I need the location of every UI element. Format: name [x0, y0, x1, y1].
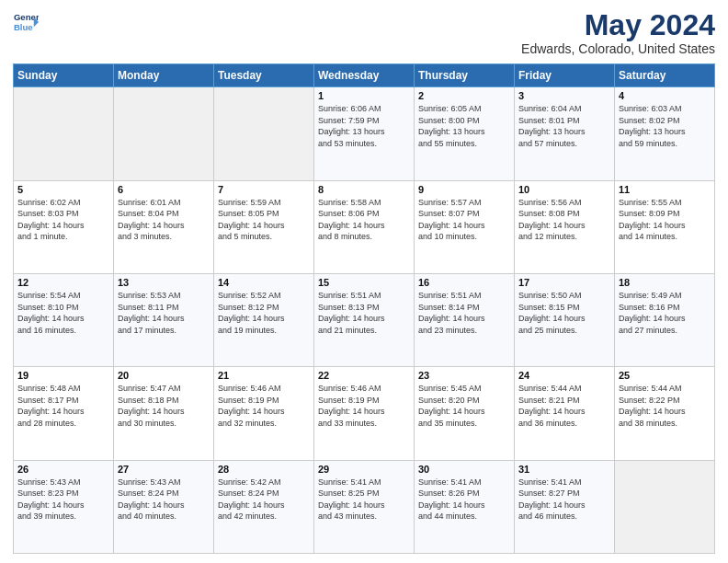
calendar-cell: 19Sunrise: 5:48 AM Sunset: 8:17 PM Dayli… — [14, 367, 114, 460]
main-title: May 2024 — [521, 9, 715, 41]
calendar-cell: 16Sunrise: 5:51 AM Sunset: 8:14 PM Dayli… — [415, 273, 515, 366]
weekday-header-cell: Thursday — [415, 64, 515, 87]
day-info: Sunrise: 5:44 AM Sunset: 8:21 PM Dayligh… — [518, 383, 610, 429]
day-info: Sunrise: 5:50 AM Sunset: 8:15 PM Dayligh… — [518, 290, 610, 336]
day-info: Sunrise: 5:52 AM Sunset: 8:12 PM Dayligh… — [218, 290, 310, 336]
calendar-cell: 18Sunrise: 5:49 AM Sunset: 8:16 PM Dayli… — [615, 273, 715, 366]
day-number: 27 — [118, 464, 210, 475]
day-info: Sunrise: 5:43 AM Sunset: 8:23 PM Dayligh… — [17, 477, 109, 523]
calendar-cell: 9Sunrise: 5:57 AM Sunset: 8:07 PM Daylig… — [415, 180, 515, 273]
day-info: Sunrise: 6:06 AM Sunset: 7:59 PM Dayligh… — [318, 103, 410, 149]
calendar-table: SundayMondayTuesdayWednesdayThursdayFrid… — [13, 63, 715, 554]
calendar-cell: 20Sunrise: 5:47 AM Sunset: 8:18 PM Dayli… — [114, 367, 214, 460]
calendar-week-row: 12Sunrise: 5:54 AM Sunset: 8:10 PM Dayli… — [14, 273, 715, 366]
day-info: Sunrise: 5:57 AM Sunset: 8:07 PM Dayligh… — [418, 197, 510, 243]
calendar-body: 1Sunrise: 6:06 AM Sunset: 7:59 PM Daylig… — [14, 87, 715, 554]
calendar-cell: 25Sunrise: 5:44 AM Sunset: 8:22 PM Dayli… — [615, 367, 715, 460]
day-number: 4 — [619, 90, 711, 101]
day-number: 13 — [118, 277, 210, 288]
day-number: 23 — [418, 370, 510, 381]
calendar-cell: 3Sunrise: 6:04 AM Sunset: 8:01 PM Daylig… — [515, 87, 615, 180]
day-number: 28 — [218, 464, 310, 475]
day-info: Sunrise: 6:05 AM Sunset: 8:00 PM Dayligh… — [418, 103, 510, 149]
header: General Blue May 2024 Edwards, Colorado,… — [13, 9, 715, 56]
day-info: Sunrise: 5:51 AM Sunset: 8:13 PM Dayligh… — [318, 290, 410, 336]
day-number: 17 — [518, 277, 610, 288]
calendar-cell: 2Sunrise: 6:05 AM Sunset: 8:00 PM Daylig… — [415, 87, 515, 180]
weekday-header-row: SundayMondayTuesdayWednesdayThursdayFrid… — [14, 64, 715, 87]
day-number: 16 — [418, 277, 510, 288]
calendar-cell: 21Sunrise: 5:46 AM Sunset: 8:19 PM Dayli… — [214, 367, 314, 460]
day-number: 31 — [518, 464, 610, 475]
day-info: Sunrise: 5:46 AM Sunset: 8:19 PM Dayligh… — [318, 383, 410, 429]
calendar-cell: 15Sunrise: 5:51 AM Sunset: 8:13 PM Dayli… — [314, 273, 415, 366]
calendar-week-row: 1Sunrise: 6:06 AM Sunset: 7:59 PM Daylig… — [14, 87, 715, 180]
day-info: Sunrise: 5:42 AM Sunset: 8:24 PM Dayligh… — [218, 477, 310, 523]
calendar-cell: 31Sunrise: 5:41 AM Sunset: 8:27 PM Dayli… — [515, 460, 615, 553]
logo: General Blue — [13, 9, 39, 35]
calendar-week-row: 5Sunrise: 6:02 AM Sunset: 8:03 PM Daylig… — [14, 180, 715, 273]
day-info: Sunrise: 5:49 AM Sunset: 8:16 PM Dayligh… — [619, 290, 711, 336]
day-info: Sunrise: 5:41 AM Sunset: 8:25 PM Dayligh… — [318, 477, 410, 523]
calendar-cell: 14Sunrise: 5:52 AM Sunset: 8:12 PM Dayli… — [214, 273, 314, 366]
day-number: 8 — [318, 184, 410, 195]
day-number: 5 — [17, 184, 109, 195]
day-info: Sunrise: 5:51 AM Sunset: 8:14 PM Dayligh… — [418, 290, 510, 336]
subtitle: Edwards, Colorado, United States — [521, 41, 715, 56]
calendar-cell: 12Sunrise: 5:54 AM Sunset: 8:10 PM Dayli… — [14, 273, 114, 366]
calendar-cell — [114, 87, 214, 180]
calendar-cell: 24Sunrise: 5:44 AM Sunset: 8:21 PM Dayli… — [515, 367, 615, 460]
day-info: Sunrise: 5:56 AM Sunset: 8:08 PM Dayligh… — [518, 197, 610, 243]
day-number: 15 — [318, 277, 410, 288]
day-info: Sunrise: 5:45 AM Sunset: 8:20 PM Dayligh… — [418, 383, 510, 429]
day-number: 7 — [218, 184, 310, 195]
day-number: 12 — [17, 277, 109, 288]
day-info: Sunrise: 5:59 AM Sunset: 8:05 PM Dayligh… — [218, 197, 310, 243]
weekday-header-cell: Sunday — [14, 64, 114, 87]
day-info: Sunrise: 5:47 AM Sunset: 8:18 PM Dayligh… — [118, 383, 210, 429]
day-number: 9 — [418, 184, 510, 195]
day-info: Sunrise: 5:54 AM Sunset: 8:10 PM Dayligh… — [17, 290, 109, 336]
day-number: 29 — [318, 464, 410, 475]
calendar-cell: 8Sunrise: 5:58 AM Sunset: 8:06 PM Daylig… — [314, 180, 415, 273]
calendar-cell — [14, 87, 114, 180]
day-number: 11 — [619, 184, 711, 195]
calendar-cell: 26Sunrise: 5:43 AM Sunset: 8:23 PM Dayli… — [14, 460, 114, 553]
day-info: Sunrise: 6:02 AM Sunset: 8:03 PM Dayligh… — [17, 197, 109, 243]
page: General Blue May 2024 Edwards, Colorado,… — [0, 0, 728, 563]
calendar-cell: 28Sunrise: 5:42 AM Sunset: 8:24 PM Dayli… — [214, 460, 314, 553]
svg-text:Blue: Blue — [14, 22, 33, 32]
calendar-week-row: 26Sunrise: 5:43 AM Sunset: 8:23 PM Dayli… — [14, 460, 715, 553]
day-info: Sunrise: 5:53 AM Sunset: 8:11 PM Dayligh… — [118, 290, 210, 336]
calendar-cell: 11Sunrise: 5:55 AM Sunset: 8:09 PM Dayli… — [615, 180, 715, 273]
day-info: Sunrise: 5:58 AM Sunset: 8:06 PM Dayligh… — [318, 197, 410, 243]
day-info: Sunrise: 5:41 AM Sunset: 8:27 PM Dayligh… — [518, 477, 610, 523]
calendar-cell: 6Sunrise: 6:01 AM Sunset: 8:04 PM Daylig… — [114, 180, 214, 273]
day-number: 3 — [518, 90, 610, 101]
title-block: May 2024 Edwards, Colorado, United State… — [521, 9, 715, 56]
weekday-header-cell: Friday — [515, 64, 615, 87]
calendar-cell: 13Sunrise: 5:53 AM Sunset: 8:11 PM Dayli… — [114, 273, 214, 366]
calendar-cell: 27Sunrise: 5:43 AM Sunset: 8:24 PM Dayli… — [114, 460, 214, 553]
day-info: Sunrise: 5:48 AM Sunset: 8:17 PM Dayligh… — [17, 383, 109, 429]
calendar-cell: 30Sunrise: 5:41 AM Sunset: 8:26 PM Dayli… — [415, 460, 515, 553]
day-number: 25 — [619, 370, 711, 381]
weekday-header-cell: Saturday — [615, 64, 715, 87]
calendar-cell: 23Sunrise: 5:45 AM Sunset: 8:20 PM Dayli… — [415, 367, 515, 460]
day-number: 21 — [218, 370, 310, 381]
calendar-cell: 29Sunrise: 5:41 AM Sunset: 8:25 PM Dayli… — [314, 460, 415, 553]
day-info: Sunrise: 6:04 AM Sunset: 8:01 PM Dayligh… — [518, 103, 610, 149]
day-number: 22 — [318, 370, 410, 381]
calendar-cell: 7Sunrise: 5:59 AM Sunset: 8:05 PM Daylig… — [214, 180, 314, 273]
calendar-cell: 22Sunrise: 5:46 AM Sunset: 8:19 PM Dayli… — [314, 367, 415, 460]
calendar-cell: 1Sunrise: 6:06 AM Sunset: 7:59 PM Daylig… — [314, 87, 415, 180]
day-number: 1 — [318, 90, 410, 101]
weekday-header-cell: Tuesday — [214, 64, 314, 87]
calendar-cell — [214, 87, 314, 180]
day-info: Sunrise: 6:03 AM Sunset: 8:02 PM Dayligh… — [619, 103, 711, 149]
day-number: 26 — [17, 464, 109, 475]
day-info: Sunrise: 5:44 AM Sunset: 8:22 PM Dayligh… — [619, 383, 711, 429]
day-info: Sunrise: 5:46 AM Sunset: 8:19 PM Dayligh… — [218, 383, 310, 429]
day-number: 19 — [17, 370, 109, 381]
calendar-week-row: 19Sunrise: 5:48 AM Sunset: 8:17 PM Dayli… — [14, 367, 715, 460]
